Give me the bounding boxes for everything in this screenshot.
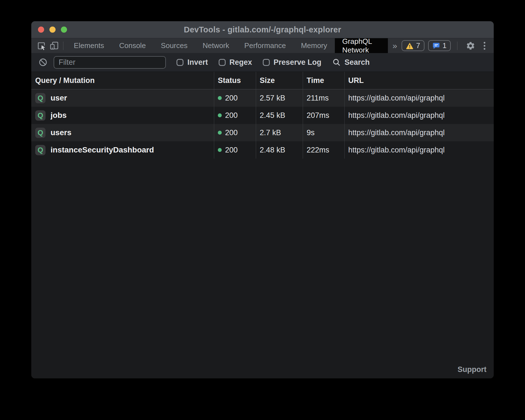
device-toolbar-icon [49,41,59,51]
status-code: 200 [225,146,238,154]
column-header-url[interactable]: URL [344,72,494,89]
table-row[interactable]: Q jobs 200 2.45 kB 207ms https://gitlab.… [31,107,494,124]
toolbar-right-controls: 7 1 [402,38,494,53]
url-cell: https://gitlab.com/api/graphql [344,107,494,124]
gear-icon [466,41,475,51]
preserve-log-checkbox[interactable] [263,59,270,66]
query-name: instanceSecurityDashboard [51,145,154,154]
time-cell: 207ms [303,107,344,124]
time-cell: 211ms [303,89,344,107]
status-cell: 200 [214,107,256,124]
status-cell: 200 [214,141,256,159]
query-name: jobs [51,111,67,120]
table-row[interactable]: Q instanceSecurityDashboard 200 2.48 kB … [31,141,494,159]
column-header-query-mutation[interactable]: Query / Mutation [31,72,214,89]
status-dot [218,96,222,100]
url-cell: https://gitlab.com/api/graphql [344,89,494,107]
query-name: users [51,128,71,137]
tab-network[interactable]: Network [195,38,237,53]
invert-checkbox-group[interactable]: Invert [176,58,208,67]
status-code: 200 [225,111,238,120]
query-type-badge: Q [35,93,46,103]
query-name: user [51,94,67,102]
kebab-dot [484,45,485,47]
status-dot [218,131,222,135]
search-label: Search [345,58,370,67]
zoom-window-button[interactable] [61,27,67,33]
tab-performance[interactable]: Performance [237,38,293,53]
status-cell: 200 [214,124,256,141]
settings-button[interactable] [464,41,477,51]
preserve-log-label: Preserve Log [274,58,321,67]
size-cell: 2.45 kB [256,107,303,124]
url-cell: https://gitlab.com/api/graphql [344,124,494,141]
filter-input[interactable] [54,56,166,69]
kebab-dot [484,42,485,44]
query-cell: Q user [31,89,214,107]
query-cell: Q users [31,124,214,141]
issues-count: 1 [443,41,447,50]
invert-label: Invert [187,58,208,67]
tab-console[interactable]: Console [112,38,153,53]
tab-graphql-network[interactable]: GraphQL Network [335,38,388,53]
size-cell: 2.7 kB [256,124,303,141]
invert-checkbox[interactable] [176,59,183,66]
close-window-button[interactable] [38,27,44,33]
column-header-status[interactable]: Status [214,72,256,89]
search-button[interactable]: Search [332,58,370,67]
regex-label: Regex [230,58,252,67]
traffic-lights [38,21,67,38]
filter-bar: Invert Regex Preserve Log Search [31,53,494,72]
message-bubble-icon [432,42,440,50]
column-header-time[interactable]: Time [303,72,344,89]
query-cell: Q jobs [31,107,214,124]
issues-badge[interactable]: 1 [428,40,451,51]
time-cell: 222ms [303,141,344,159]
toolbar-divider [63,42,63,50]
more-tabs-button[interactable]: » [388,38,402,53]
panel-tabs: Elements Console Sources Network Perform… [66,38,388,53]
status-code: 200 [225,94,238,102]
devtools-window: DevTools - gitlab.com/-/graphql-explorer… [31,21,494,378]
regex-checkbox[interactable] [219,59,226,66]
status-dot [218,148,222,152]
time-cell: 9s [303,124,344,141]
support-link[interactable]: Support [458,365,486,374]
warnings-count: 7 [416,41,420,50]
preserve-log-checkbox-group[interactable]: Preserve Log [263,58,321,67]
status-code: 200 [225,128,238,137]
tab-elements[interactable]: Elements [66,38,111,53]
query-type-badge: Q [35,110,46,121]
status-cell: 200 [214,89,256,107]
warnings-badge[interactable]: 7 [402,40,424,51]
table-empty-area: Support [31,159,494,378]
query-type-badge: Q [35,145,46,155]
table-row[interactable]: Q user 200 2.57 kB 211ms https://gitlab.… [31,89,494,107]
inspect-element-button[interactable] [35,38,48,53]
minimize-window-button[interactable] [49,27,56,33]
table-header: Query / Mutation Status Size Time URL [31,72,494,89]
block-icon[interactable] [39,58,47,67]
status-dot [218,113,222,117]
table-row[interactable]: Q users 200 2.7 kB 9s https://gitlab.com… [31,124,494,141]
more-options-button[interactable] [481,42,488,50]
search-icon [332,58,341,67]
tab-sources[interactable]: Sources [153,38,195,53]
size-cell: 2.57 kB [256,89,303,107]
inspect-cursor-icon [37,41,47,51]
devtools-toolbar: Elements Console Sources Network Perform… [31,38,494,53]
toolbar-right-divider [457,42,457,50]
tab-memory[interactable]: Memory [293,38,335,53]
query-cell: Q instanceSecurityDashboard [31,141,214,159]
title-bar: DevTools - gitlab.com/-/graphql-explorer [31,21,494,38]
size-cell: 2.48 kB [256,141,303,159]
regex-checkbox-group[interactable]: Regex [219,58,252,67]
toggle-device-toolbar-button[interactable] [48,38,60,53]
url-cell: https://gitlab.com/api/graphql [344,141,494,159]
warning-triangle-icon [406,42,414,50]
window-title: DevTools - gitlab.com/-/graphql-explorer [184,25,341,34]
column-header-size[interactable]: Size [256,72,303,89]
query-type-badge: Q [35,128,46,138]
kebab-dot [484,48,485,50]
